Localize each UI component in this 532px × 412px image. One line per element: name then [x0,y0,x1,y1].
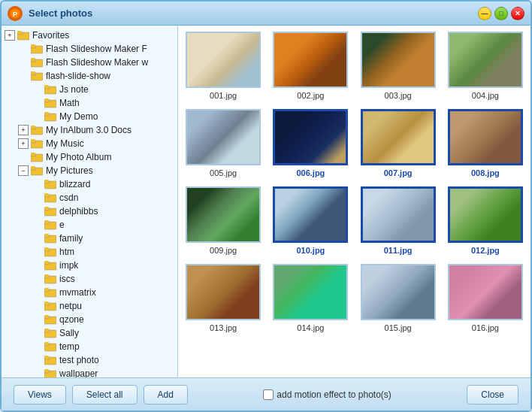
svg-rect-10 [31,58,35,60]
sidebar-item-delphibbs[interactable]: delphibbs [2,204,177,218]
photo-item[interactable]: 014.jpg [271,264,349,332]
folder-icon [31,152,43,162]
sidebar-item-label: My InAlbum 3.0 Docs [46,125,131,135]
photo-thumb-008[interactable] [448,109,523,165]
sidebar-item-my-music[interactable]: + My Music [2,137,177,150]
sidebar-item-label: temp [59,341,80,352]
sidebar-item-label: Sally [59,328,79,338]
sidebar-item-flash1[interactable]: Flash Slideshow Maker F [2,42,177,56]
photo-label-013: 013.jpg [210,323,237,332]
close-button[interactable]: Close [467,385,518,404]
motion-effect-checkbox[interactable] [263,389,274,400]
sidebar-item-sally[interactable]: Sally [2,326,177,340]
sidebar-item-js-note[interactable]: Js note [2,83,177,96]
sidebar-item-label: flash-slide-show [46,71,110,81]
sidebar-item-my-pictures[interactable]: − My Pictures [2,164,177,177]
select-all-button[interactable]: Select all [72,385,138,404]
photo-thumb-001[interactable] [186,32,261,88]
sidebar-item-my-photo-album[interactable]: My Photo Album [2,150,177,164]
sidebar-item-wallpaper[interactable]: wallpaper [2,367,177,377]
photo-item[interactable]: 010.jpg [271,186,349,255]
folder-icon [44,179,56,189]
photo-item[interactable]: 004.jpg [446,32,524,100]
add-button[interactable]: Add [144,385,188,404]
folder-icon [44,111,56,122]
photo-item[interactable]: 006.jpg [271,109,349,177]
photo-item[interactable]: 012.jpg [446,186,524,255]
sidebar-item-temp[interactable]: temp [2,340,177,353]
photo-item[interactable]: 015.jpg [359,264,437,332]
photo-thumb-009[interactable] [186,186,261,243]
sidebar-item-label: family [59,233,83,244]
folder-icon [44,98,56,108]
sidebar-item-math[interactable]: Math [2,96,177,110]
sidebar-item-e[interactable]: e [2,218,177,232]
sidebar-item-iscs[interactable]: iscs [2,272,177,286]
views-button[interactable]: Views [14,385,66,404]
svg-rect-31 [31,153,35,155]
sidebar-item-family[interactable]: family [2,232,177,245]
sidebar-item-my-inalbum[interactable]: + My InAlbum 3.0 Docs [2,123,177,137]
sidebar-item-label: wallpaper [59,368,98,377]
sidebar-item-label: blizzard [59,179,90,189]
photo-item[interactable]: 013.jpg [184,264,262,332]
tree-expander[interactable]: − [18,165,29,176]
sidebar-item-netpu[interactable]: netpu [2,299,177,313]
tree-expander[interactable]: + [18,138,29,149]
sidebar-item-label: My Pictures [46,165,93,176]
sidebar-item-favorites[interactable]: + Favorites [2,29,177,42]
sidebar-item-label: Math [59,98,80,108]
close-window-button[interactable]: ✕ [511,7,524,20]
photo-label-010: 010.jpg [296,246,325,255]
sidebar-item-htm[interactable]: htm [2,245,177,259]
tree-expander[interactable]: + [18,125,29,135]
folder-icon [44,328,56,338]
photo-item[interactable]: 003.jpg [359,32,437,100]
photo-thumb-002[interactable] [273,32,348,88]
sidebar-item-flash2[interactable]: Flash Slideshow Maker w [2,56,177,69]
photo-item[interactable]: 007.jpg [359,109,437,177]
photo-thumb-006[interactable] [273,109,348,165]
photo-thumb-005[interactable] [186,109,261,165]
photo-item[interactable]: 009.jpg [184,186,262,255]
sidebar-item-my-demo[interactable]: My Demo [2,110,177,123]
folder-icon [44,192,56,203]
photo-thumb-012[interactable] [448,186,523,243]
photo-item[interactable]: 008.jpg [446,109,524,177]
photo-thumb-004[interactable] [448,32,523,88]
window-controls: — □ ✕ [478,7,524,20]
motion-effect-label[interactable]: add motion effect to photo(s) [263,389,391,400]
photo-thumb-007[interactable] [361,109,436,165]
sidebar-item-blizzard[interactable]: blizzard [2,177,177,191]
photo-thumb-011[interactable] [361,186,436,243]
sidebar-item-label: mvmatrix [59,287,96,298]
photo-item[interactable]: 005.jpg [184,109,262,177]
photo-label-011: 011.jpg [384,246,413,255]
sidebar-item-label: iscs [59,274,75,284]
svg-rect-55 [44,261,49,263]
photo-thumb-015[interactable] [361,264,436,320]
photo-thumb-003[interactable] [361,32,436,88]
tree-expander[interactable]: + [5,30,15,41]
sidebar-item-mvmatrix[interactable]: mvmatrix [2,286,177,299]
maximize-button[interactable]: □ [494,7,508,20]
sidebar-item-qzone[interactable]: qzone [2,313,177,326]
photo-thumb-016[interactable] [448,264,523,320]
photo-thumb-014[interactable] [273,264,348,320]
sidebar-item-csdn[interactable]: csdn [2,191,177,204]
photo-label-016: 016.jpg [472,323,499,332]
sidebar-item-impk[interactable]: impk [2,259,177,272]
photo-item[interactable]: 001.jpg [184,32,262,100]
photo-item[interactable]: 016.jpg [446,264,524,332]
sidebar-item-label: Flash Slideshow Maker w [46,57,148,68]
sidebar-item-test-photo[interactable]: test photo [2,353,177,367]
photo-thumb-010[interactable] [273,186,348,243]
sidebar-item-label: qzone [59,314,84,325]
photo-thumb-013[interactable] [186,264,261,320]
photo-label-014: 014.jpg [297,323,324,332]
minimize-button[interactable]: — [478,7,491,20]
photo-item[interactable]: 002.jpg [271,32,349,100]
sidebar-item-label: netpu [59,301,82,311]
photo-item[interactable]: 011.jpg [359,186,437,255]
sidebar-item-flash-slide[interactable]: flash-slide-show [2,69,177,83]
